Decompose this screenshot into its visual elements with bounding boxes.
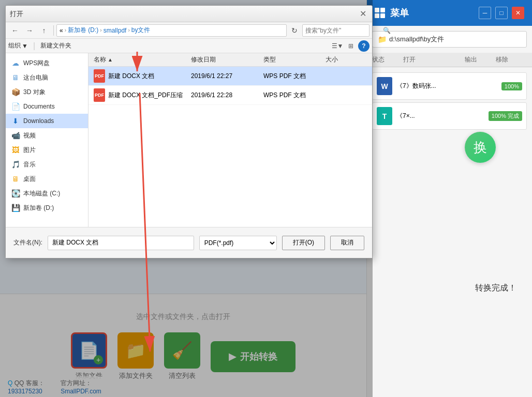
- drive-d-icon: 💾: [11, 203, 20, 212]
- nav-item-music[interactable]: 🎵 音乐: [6, 157, 88, 172]
- nav-item-drive-d[interactable]: 💾 新加卷 (D:): [6, 201, 88, 215]
- nav-item-thispc[interactable]: 🖥 这台电脑: [6, 70, 88, 85]
- convert-complete-text: 转换完成！: [475, 283, 516, 294]
- minimize-button[interactable]: ─: [479, 7, 491, 19]
- progress-badge-1: 100%: [501, 82, 522, 90]
- search-icon: 🔍: [383, 27, 391, 34]
- filetype-select[interactable]: PDF(*.pdf): [199, 236, 277, 250]
- dialog-toolbar2: 组织 ▼ | 新建文件夹 ☰▼ ⊞ ?: [6, 39, 372, 53]
- toolbar2-sep: |: [33, 41, 35, 51]
- file-type-1: WPS PDF 文档: [263, 72, 326, 81]
- path-arrow-1: ›: [65, 27, 66, 33]
- col-name-header[interactable]: 名称 ▲: [94, 55, 191, 64]
- col-status: 状态: [372, 55, 403, 64]
- drive-c-icon: 💽: [11, 189, 20, 198]
- open-button[interactable]: 打开(O): [282, 236, 325, 250]
- word-icon-2: T: [377, 107, 392, 125]
- file-info-2: 《7×...: [396, 112, 484, 120]
- filename-input[interactable]: [48, 236, 194, 250]
- dialog-body: ☁ WPS网盘 🖥 这台电脑 📦 3D 对象 📄 Documents ⬇ Dow…: [6, 53, 372, 227]
- nav-item-videos[interactable]: 📹 视频: [6, 128, 88, 143]
- nav-item-3d[interactable]: 📦 3D 对象: [6, 85, 88, 99]
- maximize-button[interactable]: □: [495, 7, 508, 19]
- nav-item-pictures[interactable]: 🖼 图片: [6, 143, 88, 157]
- file-row-1[interactable]: PDF 新建 DOCX 文档 2019/6/1 22:27 WPS PDF 文档: [88, 67, 372, 86]
- nav-item-documents[interactable]: 📄 Documents: [6, 99, 88, 114]
- back-button[interactable]: ←: [8, 24, 22, 37]
- path-part-3[interactable]: by文件: [131, 26, 151, 35]
- path-display: 📁 d:\smallpdf\by文件: [372, 31, 527, 48]
- organize-arrow: ▼: [22, 42, 28, 50]
- col-date-header[interactable]: 修改日期: [191, 55, 263, 64]
- file-name-cell-2: PDF 新建 DOCX 文档_PDF压缩: [94, 88, 191, 102]
- file-name-1: 《7》数码张...: [396, 82, 497, 90]
- organize-label: 组织: [8, 41, 21, 50]
- file-date-1: 2019/6/1 22:27: [191, 72, 263, 80]
- path-arrow-2: ›: [100, 27, 101, 33]
- downloads-icon: ⬇: [11, 116, 20, 126]
- file-open-dialog: 打开 ✕ ← → ↑ « › 新加卷 (D:) › smallpdf › by文…: [5, 5, 373, 258]
- cancel-button[interactable]: 取消: [330, 236, 364, 250]
- videos-icon: 📹: [11, 131, 20, 140]
- nav-label-wps: WPS网盘: [23, 59, 50, 68]
- path-value: d:\smallpdf\by文件: [389, 35, 444, 44]
- pictures-icon: 🖼: [11, 145, 20, 155]
- file-row-2[interactable]: PDF 新建 DOCX 文档_PDF压缩 2019/6/1 22:28 WPS …: [88, 86, 372, 105]
- dialog-title: 打开: [10, 9, 358, 19]
- toolbar-separator: [53, 25, 54, 36]
- col-type-header[interactable]: 类型: [263, 55, 326, 64]
- exchange-area: 换: [465, 132, 501, 168]
- dialog-close-button[interactable]: ✕: [358, 9, 368, 19]
- file-type-2: WPS PDF 文档: [263, 91, 326, 100]
- documents-icon: 📄: [11, 102, 20, 111]
- organize-button[interactable]: 组织 ▼: [8, 41, 28, 50]
- path-part-1[interactable]: 新加卷 (D:): [68, 26, 98, 35]
- nav-item-desktop[interactable]: 🖥 桌面: [6, 172, 88, 186]
- window-controls: ─ □ ✕: [479, 7, 524, 19]
- nav-label-videos: 视频: [23, 131, 36, 140]
- help-button[interactable]: ?: [358, 40, 370, 52]
- view-buttons: ☰▼ ⊞ ?: [331, 40, 370, 52]
- nav-label-pictures: 图片: [23, 146, 36, 155]
- file-name-cell-1: PDF 新建 DOCX 文档: [94, 69, 191, 83]
- path-combo[interactable]: « › 新加卷 (D:) › smallpdf › by文件: [56, 24, 287, 37]
- list-view-button[interactable]: ☰▼: [331, 40, 344, 52]
- up-button[interactable]: ↑: [37, 24, 51, 37]
- nav-item-downloads[interactable]: ⬇ Downloads: [6, 114, 88, 128]
- menu-title: 菜单: [390, 7, 409, 19]
- nav-label-drive-c: 本地磁盘 (C:): [23, 189, 60, 198]
- close-button[interactable]: ✕: [512, 7, 524, 19]
- rp-conversion-list: W 《7》数码张... 100% T 《7×... 100% 完成: [367, 67, 532, 138]
- search-box: 🔍: [302, 24, 370, 37]
- nav-label-3d: 3D 对象: [23, 88, 46, 97]
- forward-button[interactable]: →: [23, 24, 36, 37]
- refresh-button[interactable]: ↻: [288, 24, 301, 37]
- nav-label-drive-d: 新加卷 (D:): [23, 204, 54, 212]
- file-name-1: 新建 DOCX 文档: [108, 72, 154, 81]
- file-name-2: 《7×...: [396, 112, 484, 120]
- exchange-icon: 换: [465, 132, 496, 163]
- grid-view-button[interactable]: ⊞: [345, 40, 357, 52]
- file-name-2: 新建 DOCX 文档_PDF压缩: [108, 91, 183, 100]
- pdf-icon-2: PDF: [94, 88, 105, 102]
- dialog-toolbar: ← → ↑ « › 新加卷 (D:) › smallpdf › by文件 ↻ 🔍: [6, 22, 372, 39]
- col-remove: 移除: [496, 55, 527, 64]
- col-size-header[interactable]: 大小: [326, 55, 367, 64]
- progress-badge-2: 100% 完成: [489, 111, 522, 121]
- rp-table-header: 状态 打开 输出 移除: [367, 53, 532, 67]
- search-input[interactable]: [305, 27, 383, 34]
- file-list-header[interactable]: 名称 ▲ 修改日期 类型 大小: [88, 53, 372, 67]
- col-output: 输出: [465, 55, 496, 64]
- nav-label-music: 音乐: [23, 160, 36, 169]
- path-part-2[interactable]: smallpdf: [104, 27, 127, 34]
- nav-item-wps[interactable]: ☁ WPS网盘: [6, 56, 88, 70]
- cloud-icon: ☁: [11, 58, 20, 68]
- nav-label-downloads: Downloads: [23, 117, 54, 125]
- dialog-titlebar: 打开 ✕: [6, 6, 372, 22]
- right-panel: 菜单 ─ □ ✕ 📁 d:\smallpdf\by文件 状态 打开 输出 移除 …: [366, 0, 532, 397]
- nav-item-drive-c[interactable]: 💽 本地磁盘 (C:): [6, 186, 88, 201]
- new-folder-button[interactable]: 新建文件夹: [40, 41, 71, 50]
- file-info-1: 《7》数码张...: [396, 82, 497, 90]
- dialog-footer: 文件名(N): PDF(*.pdf) 打开(O) 取消: [6, 227, 372, 258]
- pdf-icon-1: PDF: [94, 69, 105, 83]
